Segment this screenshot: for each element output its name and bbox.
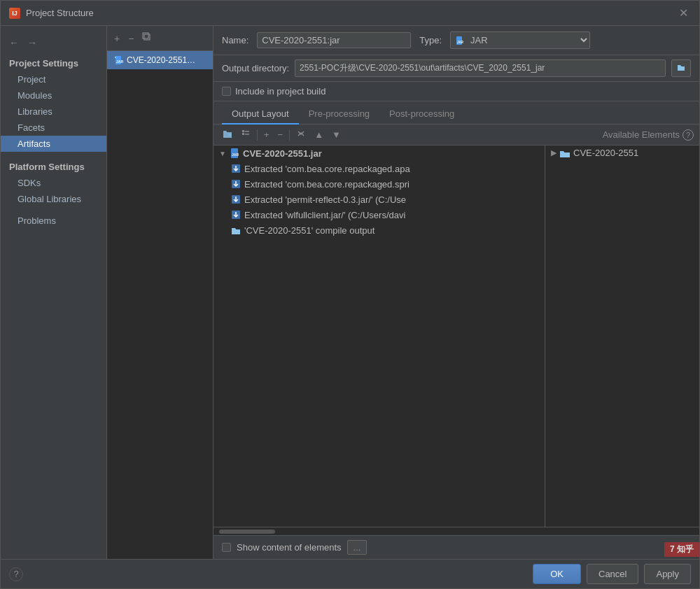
svg-text:+: + [228,132,231,137]
extracted-icon-1 [230,178,241,190]
cancel-button[interactable]: Cancel [587,564,638,584]
tree-item-2[interactable]: Extracted 'permit-reflect-0.3.jar/' (C:/… [214,192,545,207]
layout-btn-up[interactable]: ▲ [311,128,327,141]
sidebar-item-problems[interactable]: Problems [1,213,106,229]
output-dir-row: Output directory: 2551-POC升级\CVE-2020-25… [214,55,699,82]
tree-item-root[interactable]: ▼ JAR CVE-2020-2551.jar [214,146,545,161]
content-area: ▼ JAR CVE-2020-2551.jar [214,146,699,527]
layout-toolbar: + + − [214,125,699,146]
dots-button[interactable]: ... [347,540,368,555]
toolbar-sep2 [289,129,290,141]
jar-type-icon: JAR [454,36,464,45]
sidebar-item-libraries[interactable]: Libraries [1,104,106,120]
apply-button[interactable]: Apply [644,564,691,584]
sidebar-item-facets[interactable]: Facets [1,120,106,136]
artifact-list: JAR CVE-2020-2551:jar [107,51,213,559]
copy-icon [142,32,152,42]
sidebar-item-sdks[interactable]: SDKs [1,175,106,191]
tree-item-1[interactable]: Extracted 'com.bea.core.repackaged.spri [214,176,545,192]
tab-output-layout[interactable]: Output Layout [222,104,299,125]
help-button[interactable]: ? [9,567,23,581]
type-select[interactable]: JAR [450,31,590,49]
available-elements-section: Available Elements ? [603,129,694,141]
expand-icon: ▼ [219,150,226,157]
title-bar: IJ Project Structure ✕ [1,1,699,26]
svg-text:JAR: JAR [116,59,123,64]
name-input[interactable] [257,32,411,48]
artifacts-toolbar: + − [107,26,213,51]
list-icon [241,129,251,139]
action-buttons: OK Cancel Apply [533,564,691,584]
layout-btn2[interactable] [237,127,254,142]
tree-item-4[interactable]: 'CVE-2020-2551' compile output [214,222,545,238]
artifact-label: CVE-2020-2551:jar [127,55,197,65]
type-label: Type: [419,35,442,45]
close-button[interactable]: ✕ [676,6,691,20]
tree-item-3[interactable]: Extracted 'wlfullclient.jar/' (C:/Users/… [214,207,545,222]
sidebar-divider2 [1,207,106,213]
svg-rect-9 [242,133,244,135]
artifact-item[interactable]: JAR CVE-2020-2551:jar [107,51,213,69]
include-label: Include in project build [235,86,326,97]
show-content-checkbox[interactable] [222,543,231,552]
sidebar-item-modules[interactable]: Modules [1,87,106,104]
layout-btn-sort[interactable] [293,127,309,142]
svg-text:JAR: JAR [457,41,464,44]
name-label: Name: [222,35,248,45]
main-content: ← → Project Settings Project Modules Lib… [1,26,699,559]
layout-btn-down[interactable]: ▼ [328,128,344,141]
add-artifact-button[interactable]: + [111,31,122,45]
include-checkbox[interactable] [222,87,231,96]
sidebar-item-project[interactable]: Project [1,71,106,87]
layout-btn-add[interactable]: + [260,128,273,141]
tab-pre-processing[interactable]: Pre-processing [299,104,379,125]
layout-btn-remove[interactable]: − [274,128,287,141]
include-row: Include in project build [214,82,699,101]
sidebar-item-global-libraries[interactable]: Global Libraries [1,191,106,207]
folder-icon [559,148,570,158]
forward-button[interactable]: → [24,36,40,50]
tabs-row: Output Layout Pre-processing Post-proces… [214,101,699,125]
remove-artifact-button[interactable]: − [125,31,136,45]
compile-output-icon [230,225,241,236]
sort-icon [296,129,306,139]
back-button[interactable]: ← [6,36,22,50]
svg-rect-1 [143,33,148,38]
elem-item-0[interactable]: ▶ CVE-2020-2551 [545,146,699,160]
jar-icon: JAR [113,55,124,66]
platform-settings-label: Platform Settings [1,157,106,175]
project-settings-label: Project Settings [1,54,106,71]
svg-rect-8 [242,130,244,132]
horizontal-scrollbar[interactable] [214,527,699,535]
name-type-row: Name: Type: JAR JAR [214,26,699,55]
tree-item-0[interactable]: Extracted 'com.bea.core.repackaged.apa [214,161,545,176]
ok-button[interactable]: OK [533,564,581,584]
extracted-icon-2 [230,194,241,205]
available-elements-help-icon[interactable]: ? [682,129,694,141]
copy-artifact-button[interactable] [139,31,155,45]
extracted-icon-0 [230,163,241,174]
title-bar-left: IJ Project Structure [9,8,94,19]
bottom-bar: Show content of elements ... [214,535,699,559]
dialog-bottom: ? OK Cancel Apply [1,559,699,588]
output-path: 2551-POC升级\CVE-2020-2551\out\artifacts\C… [295,59,666,77]
tree-panel: ▼ JAR CVE-2020-2551.jar [214,146,545,527]
layout-btn1[interactable]: + [219,127,236,142]
chevron-right-icon: ▶ [551,148,556,157]
elements-panel: ▶ CVE-2020-2551 [545,146,699,527]
jar-tree-icon: JAR [229,148,240,159]
tab-post-processing[interactable]: Post-processing [379,104,464,125]
svg-rect-11 [245,134,249,135]
svg-text:JAR: JAR [232,152,239,157]
project-structure-dialog: IJ Project Structure ✕ ← → Project Setti… [0,0,700,589]
scrollbar-thumb[interactable] [219,530,275,534]
create-dir-icon: + [223,129,232,139]
svg-rect-10 [245,131,249,132]
app-icon: IJ [9,8,20,19]
browse-button[interactable] [671,59,691,77]
folder-browse-icon [676,62,686,72]
sidebar-item-artifacts[interactable]: Artifacts [1,136,106,152]
sidebar-divider [1,152,106,157]
toolbar-sep1 [257,129,258,141]
output-dir-label: Output directory: [222,63,289,73]
